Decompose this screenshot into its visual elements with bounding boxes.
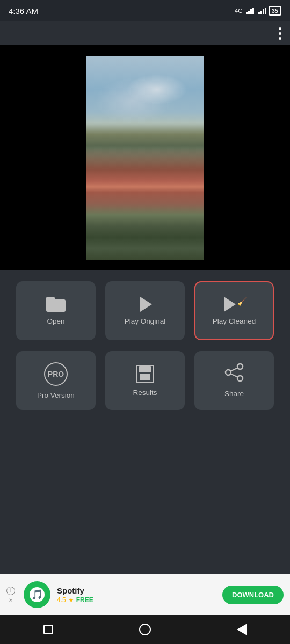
share-icon [224,363,244,384]
ad-info-icons: i ✕ [6,587,15,603]
ad-title: Spotify [57,586,216,595]
ad-rating: 4.5 [57,596,66,604]
video-preview-area [0,45,290,270]
results-label: Results [133,389,157,397]
floppy-icon [136,365,154,383]
battery-indicator: 35 [269,6,281,16]
play-cleaned-icon: 🧹 [224,297,244,312]
signal-bar-2 [258,8,266,14]
more-options-button[interactable] [279,27,281,40]
video-thumbnail [86,56,204,260]
circle-icon [139,624,151,635]
spotify-logo-inner: 🎵 [30,587,45,602]
buttons-row-1: Open Play Original 🧹 Play Cleaned [16,281,274,340]
spotify-logo: 🎵 [24,581,50,608]
star-icon: ★ [68,596,74,604]
pro-version-label: Pro Version [37,391,75,399]
play-cleaned-button[interactable]: 🧹 Play Cleaned [194,281,274,340]
svg-line-4 [231,374,238,377]
play-original-button[interactable]: Play Original [105,281,185,340]
open-label: Open [47,317,64,325]
empty-space [0,431,290,485]
ad-download-button[interactable]: DOWNLOAD [222,586,284,604]
status-time: 4:36 AM [9,6,38,16]
ad-banner: i ✕ 🎵 Spotify 4.5 ★ FREE DOWNLOAD [0,574,290,615]
ad-subtitle: 4.5 ★ FREE [57,596,216,604]
status-icons: 4G 35 [235,6,281,16]
square-icon [44,625,53,634]
top-menu-bar [0,21,290,45]
play-icon [138,297,152,312]
folder-icon [46,297,66,312]
open-button[interactable]: Open [16,281,96,340]
svg-point-1 [226,370,231,375]
svg-point-0 [237,364,243,369]
ad-info-button[interactable]: i [6,587,15,595]
results-button[interactable]: Results [105,351,185,410]
status-bar: 4:36 AM 4G 35 [0,0,290,21]
ad-close-button[interactable]: ✕ [9,597,13,603]
recent-apps-button[interactable] [37,618,60,641]
play-cleaned-label: Play Cleaned [213,317,256,325]
home-button[interactable] [133,618,157,641]
share-button[interactable]: Share [194,351,274,410]
play-original-label: Play Original [125,317,166,325]
share-label: Share [224,390,244,398]
pro-icon: PRO [44,362,68,386]
network-label: 4G [235,8,243,14]
back-button[interactable] [230,618,253,641]
ad-text: Spotify 4.5 ★ FREE [57,586,216,604]
buttons-section: Open Play Original 🧹 Play Cleaned PRO [0,270,290,431]
svg-line-3 [231,368,238,371]
buttons-row-2: PRO Pro Version Results Share [16,351,274,410]
pro-version-button[interactable]: PRO Pro Version [16,351,96,410]
triangle-icon [237,624,247,635]
navigation-bar [0,615,290,644]
signal-bar-1 [246,8,254,14]
ad-free-label: FREE [76,596,93,604]
svg-point-2 [237,376,243,381]
